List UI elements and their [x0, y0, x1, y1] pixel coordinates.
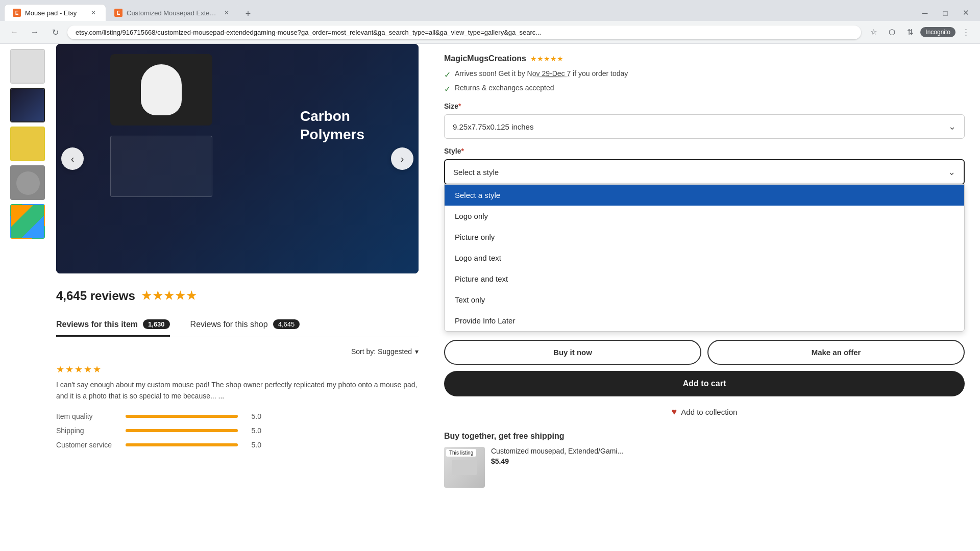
shop-info: MagicMugsCreations ★★★★★	[444, 54, 965, 63]
upsell-info: Customized mousepad, Extended/Gami... $5…	[491, 447, 965, 465]
buy-now-button[interactable]: Buy it now	[444, 340, 701, 365]
upsell-price: $5.49	[491, 457, 965, 465]
forward-button[interactable]: →	[27, 24, 43, 40]
sync-icon[interactable]: ⇅	[902, 24, 918, 40]
thumbnail-1[interactable]	[10, 49, 45, 84]
window-minimize[interactable]: ─	[917, 5, 933, 21]
check-icon-2: ✓	[444, 84, 451, 94]
style-option-logo-text[interactable]: Logo and text	[445, 247, 964, 268]
delivery-text: Arrives soon! Get it by Nov 29-Dec 7 if …	[455, 69, 628, 78]
shop-stars: ★★★★★	[530, 55, 564, 63]
tab-1-close[interactable]: ✕	[89, 9, 97, 17]
review-stars-header: ★ ★ ★ ★ ★	[141, 289, 197, 303]
back-button[interactable]: ←	[6, 24, 22, 40]
thumbnail-2[interactable]	[10, 88, 45, 122]
upsell-title: Buy together, get free shipping	[444, 432, 965, 441]
review-item-stars: ★ ★ ★ ★ ★	[56, 364, 419, 375]
review-count-text: 4,645 reviews	[56, 289, 135, 303]
action-buttons: Buy it now Make an offer	[444, 340, 965, 365]
shipping-label: Shipping	[56, 427, 117, 435]
quality-bar	[126, 415, 238, 418]
make-offer-button[interactable]: Make an offer	[707, 340, 965, 365]
style-label: Style*	[444, 147, 965, 155]
size-value: 9.25x7.75x0.125 inches	[453, 122, 533, 131]
size-field-group: Size* 9.25x7.75x0.125 inches ⌄	[444, 102, 965, 139]
next-image-button[interactable]: ›	[391, 147, 413, 170]
thumbnail-5[interactable]	[10, 204, 45, 239]
style-option-select[interactable]: Select a style	[445, 185, 964, 206]
size-required: *	[458, 102, 461, 110]
review-star-3: ★	[75, 364, 83, 375]
incognito-badge: Incognito	[920, 27, 955, 37]
size-label: Size*	[444, 102, 965, 110]
style-chevron-icon: ⌄	[948, 166, 955, 178]
style-option-select-label: Select a style	[455, 191, 500, 199]
shop-name[interactable]: MagicMugsCreations	[444, 54, 526, 63]
tab-2-title: Customized Mousepad Extende...	[127, 9, 218, 17]
review-read-more[interactable]: ...	[218, 392, 225, 400]
review-count-header: 4,645 reviews ★ ★ ★ ★ ★	[56, 289, 419, 303]
shipping-bar-container	[126, 429, 238, 432]
delivery-returns: Returns & exchanges accepted	[455, 84, 554, 92]
upsell-badge: This listing	[446, 449, 476, 457]
thumbnail-4[interactable]	[10, 165, 45, 200]
tab-bar: E Mouse pad - Etsy ✕ E Customized Mousep…	[0, 0, 980, 21]
delivery-prefix: Arrives soon! Get it by	[455, 69, 527, 78]
refresh-button[interactable]: ↻	[47, 24, 63, 40]
quality-value: 5.0	[246, 412, 261, 420]
upsell-item-1: This listing Customized mousepad, Extend…	[444, 447, 965, 488]
style-required: *	[461, 147, 463, 155]
style-option-picture-only[interactable]: Picture only	[445, 227, 964, 247]
new-tab-button[interactable]: +	[241, 7, 255, 21]
style-option-text-only[interactable]: Text only	[445, 289, 964, 310]
delivery-date-item: ✓ Arrives soon! Get it by Nov 29-Dec 7 i…	[444, 69, 965, 80]
tab-1-favicon: E	[13, 9, 21, 17]
size-label-text: Size	[444, 102, 458, 110]
delivery-date: Nov 29-Dec 7	[527, 69, 571, 78]
review-body: I can't say enough about my custom mouse…	[56, 381, 418, 400]
style-option-logo-text-label: Logo and text	[455, 254, 501, 262]
address-input[interactable]	[67, 26, 861, 39]
style-select[interactable]: Select a style ⌄	[444, 159, 965, 185]
style-option-picture-only-label: Picture only	[455, 233, 495, 241]
star-1: ★	[141, 289, 152, 303]
sort-select[interactable]: Sort by: Suggested ▾	[351, 347, 419, 356]
style-option-logo-only-label: Logo only	[455, 212, 488, 220]
tab-reviews-item[interactable]: Reviews for this item 1,630	[56, 313, 170, 337]
toolbar-icons: ☆ ⬡ ⇅ Incognito ⋮	[865, 24, 974, 40]
tab-2-close[interactable]: ✕	[223, 9, 231, 17]
upsell-badge-text: This listing	[449, 450, 473, 456]
tab-2[interactable]: E Customized Mousepad Extende... ✕	[106, 5, 239, 21]
service-label: Customer service	[56, 441, 117, 449]
thumbnail-3[interactable]	[10, 127, 45, 161]
delivery-suffix: if you order today	[573, 69, 628, 78]
quality-label: Item quality	[56, 412, 117, 420]
add-to-cart-button[interactable]: Add to cart	[444, 371, 965, 396]
style-option-picture-text[interactable]: Picture and text	[445, 268, 964, 289]
upsell-name[interactable]: Customized mousepad, Extended/Gami...	[491, 447, 965, 455]
upsell-section: Buy together, get free shipping This lis…	[444, 432, 965, 488]
style-option-logo-only[interactable]: Logo only	[445, 206, 964, 227]
tab-reviews-shop[interactable]: Reviews for this shop 4,645	[190, 313, 300, 337]
window-close[interactable]: ✕	[958, 5, 974, 21]
main-image: ‹ Carbon Polymers ›	[56, 44, 419, 273]
tab-1-active[interactable]: E Mouse pad - Etsy ✕	[4, 4, 106, 21]
style-label-text: Style	[444, 147, 461, 155]
menu-icon[interactable]: ⋮	[958, 24, 974, 40]
bookmark-icon[interactable]: ☆	[865, 24, 881, 40]
style-option-provide-later[interactable]: Provide Info Later	[445, 310, 964, 331]
shipping-bar	[126, 429, 238, 432]
window-maximize[interactable]: □	[937, 5, 953, 21]
size-select[interactable]: 9.25x7.75x0.125 inches ⌄	[444, 114, 965, 139]
prev-image-button[interactable]: ‹	[61, 147, 84, 170]
star-3: ★	[164, 289, 174, 303]
heart-icon: ♥	[672, 407, 677, 417]
page-layout: ‹ Carbon Polymers › 4,645 reviews	[0, 44, 980, 551]
review-star-4: ★	[84, 364, 92, 375]
product-image-mouse	[141, 64, 182, 115]
rating-row-shipping: Shipping 5.0	[56, 427, 419, 435]
add-to-collection-button[interactable]: ♥ Add to collection	[444, 403, 965, 421]
tab-shop-count: 4,645	[273, 319, 300, 329]
sort-bar: Sort by: Suggested ▾	[56, 347, 419, 356]
extensions-icon[interactable]: ⬡	[884, 24, 900, 40]
